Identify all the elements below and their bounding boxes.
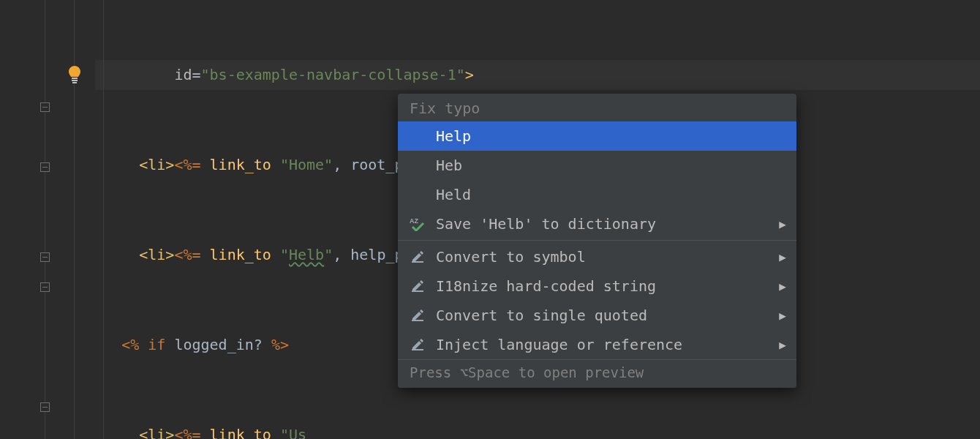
submenu-arrow-icon: ▶ (779, 309, 786, 323)
popup-item-inject-language[interactable]: Inject language or reference ▶ (398, 330, 796, 359)
intention-bulb-icon[interactable] (66, 64, 83, 85)
popup-item-label: Inject language or reference (436, 336, 770, 353)
svg-rect-0 (72, 78, 78, 79)
popup-item-label: I18nize hard-coded string (436, 277, 770, 295)
popup-item-convert-symbol[interactable]: Convert to symbol ▶ (398, 242, 796, 271)
editor-gutter (0, 0, 95, 439)
submenu-arrow-icon: ▶ (779, 250, 786, 264)
popup-item-i18nize[interactable]: I18nize hard-coded string ▶ (398, 271, 796, 301)
popup-header: Fix typo (398, 94, 796, 121)
popup-item-label: Held (436, 186, 786, 203)
popup-item-held[interactable]: Held (398, 180, 796, 209)
svg-text:AZ: AZ (410, 217, 418, 225)
popup-item-save-dictionary[interactable]: AZ Save 'Helb' to dictionary ▶ (398, 209, 796, 239)
fold-toggle[interactable] (40, 282, 50, 292)
spellcheck-icon: AZ (408, 217, 427, 231)
fold-toggle[interactable] (40, 162, 50, 172)
svg-rect-6 (412, 320, 423, 321)
popup-hint: Press ⌥Space to open preview (398, 359, 796, 388)
submenu-arrow-icon: ▶ (779, 338, 786, 352)
popup-item-heb[interactable]: Heb (398, 151, 796, 180)
svg-rect-1 (72, 80, 78, 81)
popup-item-label: Save 'Helb' to dictionary (436, 215, 770, 233)
pencil-icon (408, 279, 427, 293)
popup-item-help[interactable]: Help (398, 121, 796, 151)
svg-rect-4 (412, 261, 423, 263)
intention-popup: Fix typo Help Heb Held AZ Save 'Helb' to… (398, 94, 796, 388)
fold-toggle[interactable] (40, 402, 50, 412)
pencil-icon (408, 309, 427, 322)
submenu-arrow-icon: ▶ (779, 217, 786, 231)
submenu-arrow-icon: ▶ (779, 279, 786, 293)
fold-guide (45, 0, 45, 439)
popup-item-label: Help (436, 127, 786, 145)
svg-rect-7 (412, 349, 423, 350)
code-line: id="bs-example-navbar-collapse-1"> (95, 60, 980, 90)
popup-item-label: Convert to symbol (436, 248, 770, 266)
popup-separator (398, 240, 796, 241)
popup-item-convert-single-quoted[interactable]: Convert to single quoted ▶ (398, 301, 796, 330)
popup-item-label: Convert to single quoted (436, 307, 770, 324)
typo-word[interactable]: Helb (289, 246, 324, 263)
fold-toggle[interactable] (40, 102, 50, 112)
popup-item-label: Heb (436, 157, 786, 174)
fold-toggle[interactable] (40, 252, 50, 262)
svg-rect-2 (72, 82, 77, 83)
code-line: <li><%= link_to "Us (95, 420, 980, 439)
pencil-icon (408, 338, 427, 351)
svg-rect-5 (412, 290, 423, 292)
pencil-icon (408, 250, 427, 263)
